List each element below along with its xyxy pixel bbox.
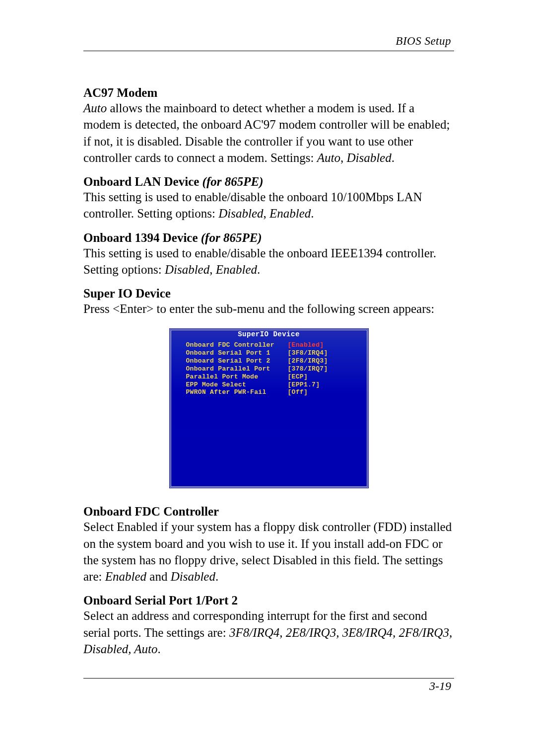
heading-onboard-1394-note: (for 865PE): [201, 231, 262, 244]
ac97-sep: ,: [340, 151, 347, 164]
heading-onboard-lan: Onboard LAN Device (for 865PE): [83, 175, 454, 189]
bios-row-value: [3F8/IRQ4]: [288, 349, 328, 357]
running-header: BIOS Setup: [83, 35, 454, 48]
fdc-opt-disabled: Disabled: [171, 570, 215, 583]
bios-row-label: PWRON After PWR-Fail: [186, 388, 288, 396]
ac97-body1: allows the mainboard to detect whether a…: [83, 101, 450, 164]
bios-window: SuperIO Device Onboard FDC Controller[En…: [170, 329, 368, 488]
bios-row-value: [378/IRQ7]: [288, 365, 328, 373]
bios-row-label: EPP Mode Select: [186, 381, 288, 389]
bios-row-value: [2F8/IRQ3]: [288, 357, 328, 365]
serial-end: .: [158, 642, 161, 656]
bios-row: PWRON After PWR-Fail[Off]: [186, 388, 360, 396]
para-onboard-serial-port: Select an address and corresponding inte…: [83, 607, 454, 657]
para-onboard-fdc: Select Enabled if your system has a flop…: [83, 519, 454, 585]
ieee-opt-enabled: Enabled: [216, 263, 257, 276]
page-number: 3-19: [83, 680, 454, 693]
ieee-opt-disabled: Disabled: [165, 263, 209, 276]
bios-row: EPP Mode Select[EPP1.7]: [186, 381, 360, 389]
ac97-setting-disabled: Disabled: [346, 151, 391, 164]
heading-onboard-lan-note: (for 865PE): [202, 175, 264, 188]
lan-sep: ,: [264, 207, 270, 220]
para-ac97-modem: Auto allows the mainboard to detect whet…: [83, 100, 454, 166]
bios-row: Onboard Serial Port 2[2F8/IRQ3]: [186, 357, 360, 365]
fdc-mid: and: [146, 570, 171, 583]
bios-row-value: [Enabled]: [288, 341, 324, 349]
heading-onboard-fdc: Onboard FDC Controller: [83, 505, 454, 519]
bios-row-value: [EPP1.7]: [288, 381, 320, 389]
top-rule: [83, 51, 454, 51]
heading-onboard-serial-port: Onboard Serial Port 1/Port 2: [83, 594, 454, 607]
lan-end: .: [311, 207, 314, 220]
bios-row-label: Onboard Serial Port 1: [186, 349, 288, 357]
bios-row-label: Onboard FDC Controller: [186, 341, 288, 349]
heading-onboard-lan-text: Onboard LAN Device: [83, 175, 202, 188]
para-super-io-device: Press <Enter> to enter the sub-menu and …: [83, 301, 454, 317]
lan-opt-enabled: Enabled: [269, 207, 311, 220]
para-onboard-lan: This setting is used to enable/disable t…: [83, 189, 454, 222]
ac97-end: .: [392, 151, 395, 164]
bios-row: Onboard Parallel Port[378/IRQ7]: [186, 365, 360, 373]
bios-settings-list: Onboard FDC Controller[Enabled]Onboard S…: [171, 330, 367, 401]
bios-row-label: Onboard Serial Port 2: [186, 357, 288, 365]
bios-window-title: SuperIO Device: [171, 329, 367, 340]
heading-onboard-1394-text: Onboard 1394 Device: [83, 231, 201, 244]
bios-row: Onboard Serial Port 1[3F8/IRQ4]: [186, 349, 360, 357]
bios-row: Onboard FDC Controller[Enabled]: [186, 341, 360, 349]
bios-row-value: [Off]: [288, 388, 308, 396]
ieee-sep: ,: [209, 263, 216, 276]
lan-opt-disabled: Disabled: [218, 207, 263, 220]
ac97-setting-auto: Auto: [317, 151, 340, 164]
ieee-end: .: [257, 263, 260, 276]
bios-row-value: [ECP]: [288, 373, 308, 381]
fdc-end: .: [215, 570, 218, 583]
para-onboard-1394: This setting is used to enable/disable t…: [83, 245, 454, 278]
heading-super-io-device: Super IO Device: [83, 287, 454, 301]
bios-row-label: Parallel Port Mode: [186, 373, 288, 381]
bios-row: Parallel Port Mode[ECP]: [186, 373, 360, 381]
heading-ac97-modem: AC97 Modem: [83, 86, 454, 100]
bottom-rule: [83, 678, 454, 679]
heading-onboard-1394: Onboard 1394 Device (for 865PE): [83, 231, 454, 245]
bios-row-label: Onboard Parallel Port: [186, 365, 288, 373]
ac97-auto-word: Auto: [83, 101, 107, 115]
fdc-opt-enabled: Enabled: [105, 570, 146, 583]
bios-screenshot: SuperIO Device Onboard FDC Controller[En…: [83, 329, 454, 488]
